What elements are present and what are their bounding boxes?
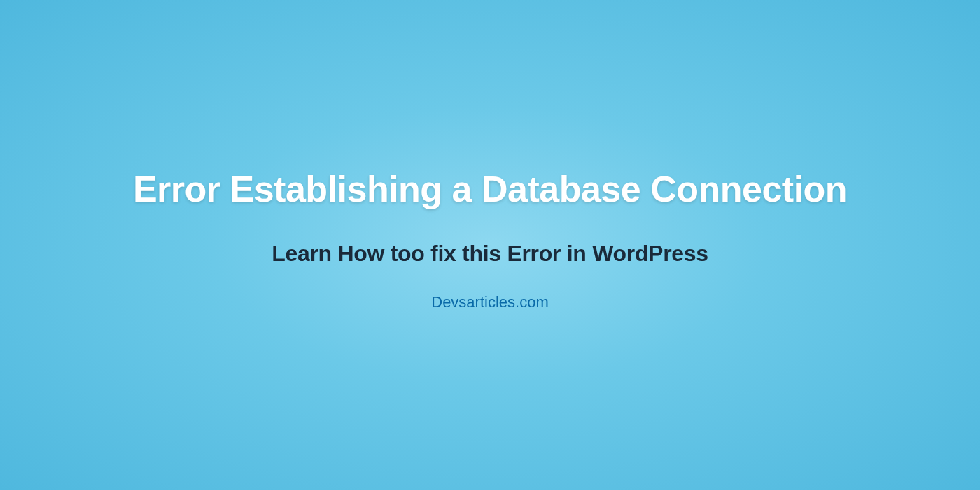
hero-container: Error Establishing a Database Connection… bbox=[77, 164, 903, 311]
website-link: Devsarticles.com bbox=[133, 293, 847, 312]
subtitle: Learn How too fix this Error in WordPres… bbox=[133, 241, 847, 267]
main-title: Error Establishing a Database Connection bbox=[133, 164, 847, 214]
